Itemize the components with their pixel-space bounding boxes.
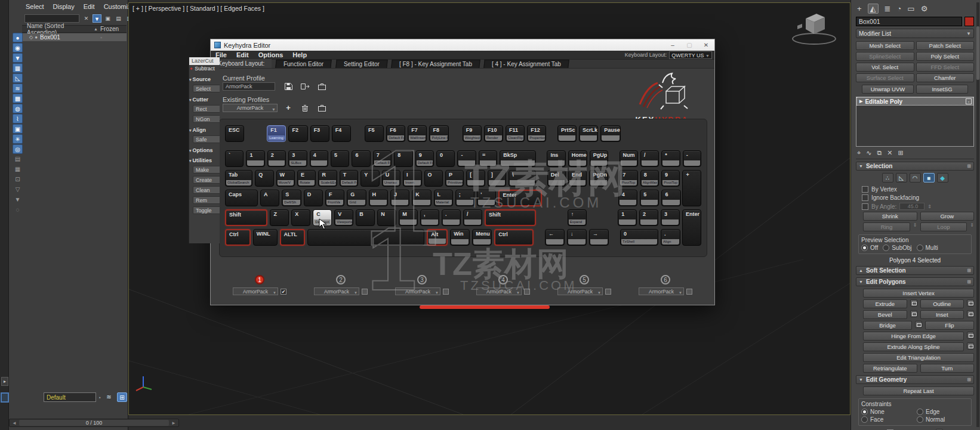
lock-icon[interactable]: ▣ [103, 14, 112, 23]
viewcube[interactable] [789, 8, 839, 47]
panel-flyout-button[interactable]: ▸ [1, 377, 8, 386]
lazercut-button-rect[interactable]: Rect [193, 105, 220, 113]
key-f9[interactable]: F9Weighted [463, 125, 482, 142]
filter-icon-4[interactable]: ◺ [13, 73, 23, 83]
profile-slot-checkbox-1[interactable]: ✔ [281, 289, 286, 295]
modifier-button-insetsg[interactable]: InsetSG [916, 85, 968, 94]
key-5[interactable]: 5 [331, 150, 349, 167]
key-k[interactable]: K [412, 190, 431, 206]
filter-icon-7[interactable]: ◍ [13, 104, 23, 113]
timeline-track[interactable]: 0 / 100 [19, 420, 169, 426]
key-u[interactable]: UUnwrap [382, 170, 400, 187]
profile-slot-checkbox-5[interactable] [605, 289, 611, 295]
key-;[interactable]: ; [455, 190, 474, 206]
key-\[interactable]: \ [509, 170, 536, 187]
key-a[interactable]: A [260, 190, 279, 206]
edit-triangulation-button[interactable]: Edit Triangulation [863, 353, 974, 362]
profile-slot-number-1[interactable]: 1 [255, 275, 264, 284]
profile-case-icon[interactable] [317, 82, 326, 91]
lazercut-rollout-utilities[interactable]: ▾ Utilities [189, 157, 220, 163]
loop-spinner-icon[interactable]: ⇕ [970, 222, 974, 231]
frozen-toggle-icon[interactable]: ◦ [100, 35, 127, 41]
key-pgup[interactable]: PgUp [590, 150, 608, 167]
profile-slot-dropdown-3[interactable]: ArmorPack▼ [395, 287, 440, 295]
profile-slot-checkbox-4[interactable] [524, 289, 530, 295]
modifier-button-unwrap-uvw[interactable]: Unwrap UVW [862, 85, 914, 94]
key-f12[interactable]: F12Properties [527, 125, 546, 142]
key-z[interactable]: Z [270, 209, 289, 226]
key-j[interactable]: J [390, 190, 409, 206]
key-o[interactable]: O [424, 170, 443, 187]
lazercut-rollout-cutter[interactable]: ▾ Cutter [189, 97, 220, 103]
key-←[interactable]: ← [545, 229, 565, 246]
key-v[interactable]: VViewports [334, 209, 353, 226]
bevel-button[interactable]: Bevel [863, 310, 907, 319]
lazercut-rollout-source[interactable]: ▾ Source [189, 76, 220, 82]
key-d[interactable]: D [304, 190, 323, 206]
ignore-backfacing-checkbox[interactable] [862, 194, 868, 201]
edge-mode-icon[interactable]: ◺ [896, 173, 907, 182]
tab-function-editor[interactable]: Function Editor [276, 60, 332, 68]
key-i[interactable]: IInvert [403, 170, 421, 187]
key-end[interactable]: End [568, 170, 587, 187]
rollout-selection[interactable]: ▼ Selection ⊞ [856, 162, 974, 171]
timeline-next-icon[interactable]: ► [169, 420, 178, 426]
key-shift[interactable]: Shift [485, 209, 536, 226]
key-3[interactable]: 3 [661, 209, 680, 226]
by-vertex-checkbox[interactable] [862, 186, 868, 193]
lazercut-button-make[interactable]: Make [193, 166, 220, 174]
timeline-prev-icon[interactable]: ◄ [10, 420, 19, 426]
inset-button[interactable]: Inset [920, 310, 964, 319]
lazercut-button-clean[interactable]: Clean [193, 186, 220, 194]
key-caps[interactable]: Caps [225, 190, 258, 206]
tab-4-key-assignment[interactable]: [ 4 ] - Key Assignment Tab [483, 60, 569, 68]
profile-slot-dropdown-2[interactable]: ArmorPack▼ [314, 287, 359, 295]
key-t[interactable]: TDefault Function [340, 170, 358, 187]
element-mode-icon[interactable]: ◆ [937, 173, 948, 182]
profile-slot-checkbox-2[interactable] [362, 289, 368, 295]
export-profile-icon[interactable] [300, 82, 310, 91]
column-frozen[interactable]: Frozen [100, 26, 127, 32]
tab-f8-key-assignment[interactable]: [ F8 ] - Key Assignment Tab [391, 60, 480, 68]
tool-icon-1[interactable]: ▦ [13, 165, 23, 174]
inset-settings-icon[interactable] [967, 310, 974, 317]
key-][interactable]: ] [488, 170, 506, 187]
visibility-icon[interactable]: ◇ [29, 35, 33, 40]
lazercut-rollout-options[interactable]: ▾ Options [189, 147, 220, 153]
spinner-icon[interactable]: ⇕ [927, 204, 932, 209]
key-home[interactable]: Home [568, 150, 587, 167]
filter-icon-9[interactable]: ▣ [13, 124, 23, 134]
key-f10[interactable]: F10Render [484, 125, 503, 142]
profile-slot-dropdown-6[interactable]: ArmorPack▼ [639, 287, 684, 295]
key-f8[interactable]: F8PolyLine Pro [429, 125, 448, 142]
filter-icon-2[interactable]: ▼ [13, 53, 23, 63]
key-b[interactable]: B [356, 209, 375, 226]
key-6[interactable]: 6 [352, 150, 370, 167]
rollout-edit-polygons[interactable]: ▼ Edit Polygons ⊞ [856, 277, 974, 286]
key-enter[interactable]: Enter [498, 190, 541, 206]
profile-slot-number-6[interactable]: 6 [661, 275, 670, 284]
explorer-search-input[interactable] [24, 14, 79, 23]
stack-item-icon[interactable]: ▫ [966, 98, 972, 104]
key-ins[interactable]: Ins [547, 150, 565, 167]
profile-slot-dropdown-1[interactable]: ArmorPack▼ [233, 287, 278, 295]
filter-icon-3[interactable]: ▦ [13, 63, 23, 73]
retriangulate-button[interactable]: Retriangulate [863, 364, 917, 373]
tool-icon-2[interactable]: ⊡ [13, 175, 23, 184]
menu-help[interactable]: Help [288, 51, 312, 58]
extrude-along-spline-settings-icon[interactable] [967, 342, 974, 349]
save-profile-icon[interactable] [283, 82, 293, 91]
key-scrlk[interactable]: ScrLk [579, 125, 598, 142]
viewport-label[interactable]: [ + ] [ Perspective ] [ Standard ] [ Edg… [132, 5, 264, 12]
tool-icon-5[interactable]: ◌ [13, 205, 23, 215]
bridge-settings-icon[interactable] [915, 321, 922, 328]
radio-icon[interactable] [861, 245, 868, 251]
object-color-swatch[interactable] [964, 17, 974, 26]
key-r[interactable]: RScale&Ex [318, 170, 337, 187]
lazercut-button-rem[interactable]: Rem [193, 196, 220, 204]
by-angle-checkbox[interactable] [862, 203, 868, 210]
lazercut-rollout-align[interactable]: ▾ Align [189, 127, 220, 133]
modifier-button-surface-select[interactable]: Surface Select [856, 73, 914, 82]
lazercut-button-create[interactable]: Create [193, 176, 220, 184]
profile-case2-icon[interactable] [317, 104, 326, 112]
